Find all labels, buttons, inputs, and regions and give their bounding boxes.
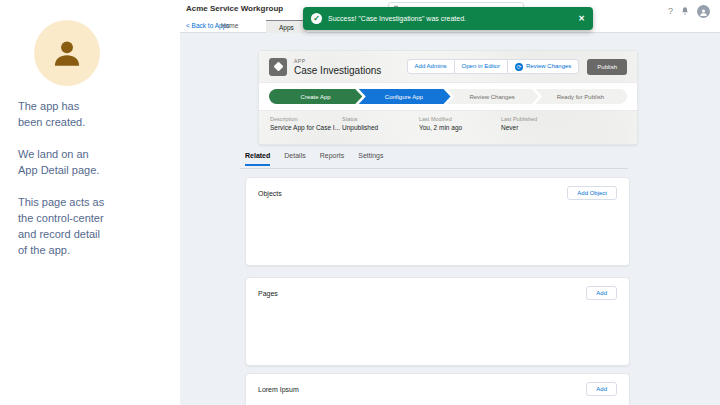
success-check-icon: ✓ xyxy=(311,13,322,24)
person-icon xyxy=(50,36,84,70)
success-toast: ✓ Success! "Case Investigations" was cre… xyxy=(303,7,593,30)
open-in-editor-button[interactable]: Open in Editor xyxy=(454,59,508,74)
add-object-button[interactable]: Add Object xyxy=(567,186,617,200)
pages-card-title: Pages xyxy=(258,290,278,297)
workspace-title: Acme Service Workgroup xyxy=(186,4,283,13)
caption-paragraph: This page acts as the control-center and… xyxy=(18,194,170,258)
tab-related[interactable]: Related xyxy=(245,152,270,166)
record-type-label: APP xyxy=(294,58,381,64)
path-step-review-changes[interactable]: Review Changes xyxy=(446,89,539,104)
field-last-published: Last Published Never xyxy=(501,116,591,144)
slide: The app has been created. We land on an … xyxy=(0,0,720,405)
lorem-ipsum-card: Lorem Ipsum Add xyxy=(245,373,630,405)
app-record-icon xyxy=(269,58,287,76)
add-admins-button[interactable]: Add Admins xyxy=(407,59,455,74)
review-changes-icon: ⟳ xyxy=(515,63,523,71)
path-step-configure-app[interactable]: Configure App xyxy=(357,89,450,104)
add-page-button[interactable]: Add xyxy=(586,286,617,300)
narration-panel: The app has been created. We land on an … xyxy=(0,0,180,405)
notifications-bell-icon[interactable] xyxy=(680,2,690,20)
field-last-modified: Last Modified You, 2 min ago xyxy=(419,116,501,144)
diamond-icon xyxy=(273,62,283,72)
lorem-ipsum-card-title: Lorem Ipsum xyxy=(258,386,299,393)
app-window: Acme Service Workgroup ? < Back to Apps … xyxy=(180,0,720,405)
objects-card: Objects Add Object xyxy=(245,177,630,266)
record-header: APP Case Investigations Add Admins Open … xyxy=(259,51,637,83)
narration-text: The app has been created. We land on an … xyxy=(18,98,170,274)
record-title: Case Investigations xyxy=(294,65,381,76)
user-avatar[interactable] xyxy=(697,5,710,18)
tab-divider xyxy=(240,168,628,169)
app-detail-card: APP Case Investigations Add Admins Open … xyxy=(258,50,638,145)
nav-tab-apps[interactable]: Apps xyxy=(266,20,307,33)
action-button-group: Add Admins Open in Editor ⟳ Review Chang… xyxy=(407,59,580,74)
nav-tab-home[interactable]: Home xyxy=(221,22,238,29)
caption-paragraph: The app has been created. xyxy=(18,98,170,130)
narrator-avatar xyxy=(34,20,100,86)
toast-message: Success! "Case Investigations" was creat… xyxy=(328,15,578,22)
progress-path: Create App Configure App Review Changes … xyxy=(259,83,637,111)
tab-settings[interactable]: Settings xyxy=(358,152,383,166)
path-step-create-app[interactable]: Create App xyxy=(269,89,362,104)
detail-tab-bar: Related Details Reports Settings xyxy=(245,152,384,166)
record-highlights: Description Service App for Case I... St… xyxy=(259,111,637,144)
objects-card-title: Objects xyxy=(258,190,282,197)
tab-reports[interactable]: Reports xyxy=(320,152,345,166)
pages-card: Pages Add xyxy=(245,277,630,366)
publish-button[interactable]: Publish xyxy=(587,59,627,75)
path-step-ready-for-publish[interactable]: Ready for Publish xyxy=(534,89,627,104)
toast-close-icon[interactable]: ✕ xyxy=(578,14,585,23)
field-description: Description Service App for Case I... xyxy=(270,116,342,144)
tab-details[interactable]: Details xyxy=(284,152,305,166)
field-status: Status Unpublished xyxy=(342,116,419,144)
help-icon[interactable]: ? xyxy=(668,6,673,16)
caption-paragraph: We land on an App Detail page. xyxy=(18,146,170,178)
review-changes-button[interactable]: ⟳ Review Changes xyxy=(507,59,579,74)
add-lorem-button[interactable]: Add xyxy=(586,382,617,396)
